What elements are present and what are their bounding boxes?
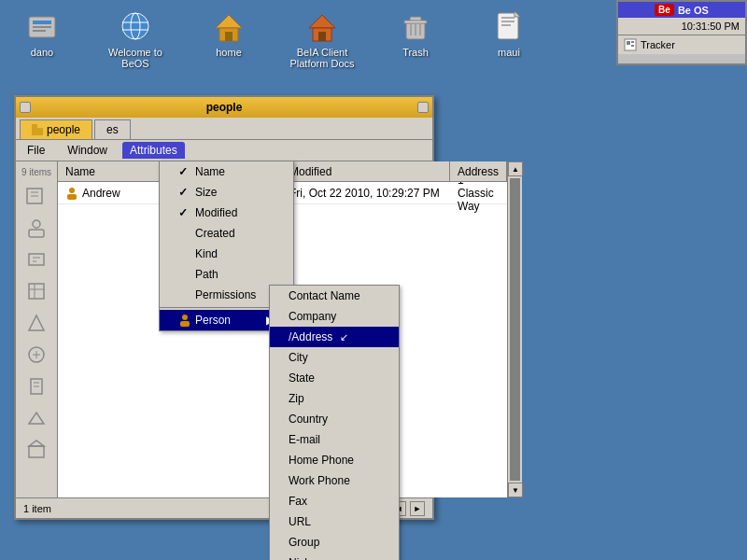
svg-point-35 [33,220,40,228]
menu-attributes[interactable]: Attributes [122,142,185,159]
submenu-fax[interactable]: Fax [270,491,399,511]
sidebar-btn-1[interactable] [18,182,55,210]
desktop-icon-home[interactable]: home [196,9,261,58]
attr-created-item[interactable]: ✓ Created [160,223,293,244]
people-menubar: File Window Attributes [16,140,432,161]
submenu-address[interactable]: /Address ↙ [270,327,399,347]
trash-icon [399,9,432,43]
svg-rect-40 [29,284,44,299]
scroll-up-arrow[interactable]: ▲ [508,161,523,176]
beia-icon [305,9,339,43]
svg-rect-31 [32,124,37,130]
menu-window[interactable]: Window [60,142,115,159]
svg-rect-28 [501,24,511,26]
sidebar-item-count: 9 items [18,165,55,179]
maui-icon [492,9,526,43]
file-cell-modified: Fri, Oct 22 2010, 10:29:27 PM [282,185,450,202]
submenu-country[interactable]: Country [270,409,399,429]
submenu-city[interactable]: City [270,347,399,368]
submenu-contact-name[interactable]: Contact Name [270,286,399,306]
desktop: Be Be OS 10:31:50 PM Tracker [0,0,747,560]
desktop-icon-maui[interactable]: maui [476,9,542,58]
sidebar-btn-4[interactable] [18,277,55,305]
svg-rect-7 [33,30,46,32]
desktop-icon-beia[interactable]: BeIA Client Platform Docs [289,9,355,69]
svg-point-52 [69,188,75,193]
tab-people[interactable]: people [20,119,92,139]
beia-label: BeIA Client Platform Docs [289,47,355,69]
sidebar-btn-8[interactable] [18,404,55,432]
dano-label: dano [31,47,53,58]
sidebar-btn-5[interactable] [18,309,55,337]
sidebar-btn-6[interactable] [18,341,55,369]
trash-label: Trash [402,47,429,58]
sidebar-btn-3[interactable] [18,245,55,273]
svg-rect-3 [631,45,634,47]
submenu-url[interactable]: URL [270,511,399,532]
desktop-icon-welcome[interactable]: Welcome to BeOS [103,9,168,69]
svg-marker-51 [29,441,44,446]
home-icon [212,9,246,43]
taskbar: Be Be OS 10:31:50 PM Tracker [616,0,747,65]
submenu-nickname[interactable]: Nickname [270,553,399,560]
submenu-state[interactable]: State [270,368,399,388]
taskbar-header: Be Be OS [618,2,745,18]
tab-bar: people es [16,118,432,140]
scrollbar-vertical[interactable]: ▲ ▼ [507,161,522,497]
desktop-icons: dano Welcome to BeOS [9,9,542,69]
desktop-icon-trash[interactable]: Trash [383,9,448,58]
attr-modified-item[interactable]: ✓ Modified [160,203,293,223]
attr-name-item[interactable]: ✓ Name [160,161,293,182]
desktop-icon-dano[interactable]: dano [9,9,75,58]
home-label: home [216,47,242,58]
sidebar-btn-9[interactable] [18,436,55,464]
tab-people-label: people [47,123,80,136]
svg-rect-55 [180,321,190,327]
svg-rect-36 [29,230,44,237]
people-titlebar: people [16,97,432,118]
submenu-email[interactable]: E-mail [270,429,399,450]
tracker-label: Tracker [641,39,675,50]
sidebar-btn-7[interactable] [18,372,55,400]
svg-marker-16 [309,15,335,28]
person-file-icon [65,187,78,200]
col-header-address[interactable]: Address [450,161,507,181]
person-submenu: Contact Name Company /Address ↙ City Sta… [269,285,400,560]
window-expand-button[interactable] [417,102,429,113]
svg-rect-15 [225,32,233,41]
people-window-title: people [35,101,414,114]
submenu-company[interactable]: Company [270,306,399,327]
submenu-group[interactable]: Group [270,532,399,553]
beos-label: Be OS [678,5,709,16]
scrollbar-thumb[interactable] [510,178,520,481]
sidebar-btn-2[interactable] [18,214,55,242]
tracker-icon [624,38,637,51]
submenu-zip[interactable]: Zip [270,388,399,409]
submenu-home-phone[interactable]: Home Phone [270,450,399,470]
window-close-button[interactable] [20,102,31,113]
dano-icon [25,9,59,43]
file-sidebar: 9 items [16,161,58,497]
maui-label: maui [498,47,520,58]
file-cell-address: 1 Classic Way [450,182,507,215]
taskbar-clock: 10:31:50 PM [618,18,745,35]
svg-rect-18 [318,32,326,41]
tab-es[interactable]: es [94,119,131,139]
svg-marker-29 [514,11,520,17]
welcome-label: Welcome to BeOS [103,47,168,69]
scroll-right-btn[interactable]: ► [410,501,425,516]
scroll-down-arrow[interactable]: ▼ [508,483,523,497]
attr-kind-item[interactable]: ✓ Kind [160,244,293,264]
person-menu-icon [178,314,191,327]
attr-size-item[interactable]: ✓ Size [160,182,293,203]
svg-marker-43 [29,315,44,330]
svg-rect-24 [404,21,427,23]
svg-rect-1 [627,41,630,45]
beos-logo: Be [655,4,674,16]
attr-path-item[interactable]: ✓ Path [160,264,293,285]
col-header-modified[interactable]: Modified [282,161,450,181]
svg-rect-6 [33,26,51,28]
menu-file[interactable]: File [20,142,52,159]
submenu-work-phone[interactable]: Work Phone [270,470,399,491]
taskbar-tracker[interactable]: Tracker [618,35,745,54]
